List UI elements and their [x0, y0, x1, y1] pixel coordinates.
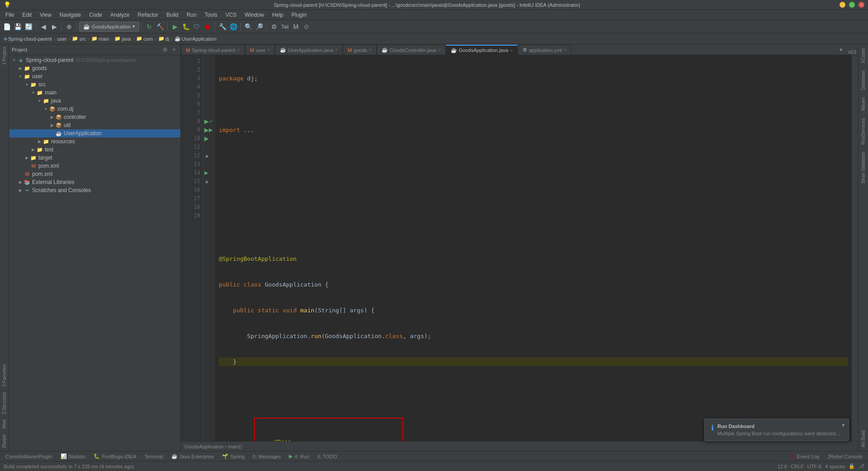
right-tab-restservices[interactable]: RestServices	[859, 114, 867, 148]
run-icon-10[interactable]: ▶	[204, 134, 209, 143]
bottom-tab-statistic[interactable]: 📊 Statistic	[57, 452, 90, 460]
bottom-tab-findbugs[interactable]: 🐛 FindBugs-IDEA	[90, 452, 140, 460]
tree-item-root[interactable]: ▾ ◈ Spring-cloud-parent H:\CSDN\Spring-c…	[9, 56, 180, 64]
fold-icon-15[interactable]: ▲	[204, 179, 209, 184]
tab-spring-cloud-parent[interactable]: M Spring-cloud-parent ×	[181, 45, 245, 55]
bottom-tab-jrebelconsole[interactable]: JRebel Console	[824, 453, 866, 460]
tab-appyml[interactable]: ⚙ application.yml ×	[518, 45, 571, 55]
breadcrumb-com[interactable]: com	[143, 36, 153, 42]
breadcrumb-main[interactable]: main	[99, 36, 109, 42]
tree-item-util[interactable]: ▶ 📦 util	[9, 121, 180, 129]
tree-item-src[interactable]: ▾ 📁 src	[9, 80, 180, 89]
close-button[interactable]: ✕	[859, 2, 864, 8]
menu-edit[interactable]: Edit	[19, 11, 35, 19]
project-panel-toggle[interactable]: 1:Project	[0, 44, 8, 67]
tree-item-scratches[interactable]: ▶ ✏ Scratches and Consoles	[9, 186, 180, 194]
tab-close-gc[interactable]: ×	[438, 47, 441, 52]
tab-close-ga[interactable]: ×	[510, 48, 513, 53]
jrebel-panel-toggle[interactable]: JRebel	[0, 432, 8, 451]
menu-help[interactable]: Help	[269, 11, 287, 19]
refresh-button[interactable]: ↻	[144, 22, 154, 32]
tree-item-userapplication[interactable]: ☕ UserApplication	[9, 129, 180, 137]
forward-button[interactable]: ▶	[49, 22, 59, 32]
tab-goodsapplication[interactable]: ☕ GoodsApplication.java ×	[446, 45, 518, 55]
bottom-tab-run[interactable]: ▶ 4: Run	[285, 452, 312, 460]
gutter-8[interactable]: ▶ ✓	[204, 117, 214, 126]
right-tab-database[interactable]: Database	[859, 67, 867, 94]
tree-item-java-folder[interactable]: ▾ 📁 java	[9, 97, 180, 105]
tree-item-pom-user[interactable]: M pom.xml	[9, 162, 180, 170]
breadcrumb-user[interactable]: user	[57, 36, 66, 42]
tail-button[interactable]: Tail	[280, 22, 290, 32]
run-icon-8[interactable]: ▶	[204, 117, 209, 126]
scroll-indicator[interactable]	[852, 55, 858, 441]
fold-icon-12[interactable]: ▲	[204, 153, 209, 158]
back-button[interactable]: ◀	[38, 22, 48, 32]
tree-item-user[interactable]: ▾ 📁 user	[9, 72, 180, 80]
tab-userapplication[interactable]: ☕ UserApplication.java ×	[275, 45, 343, 55]
tab-close-scp[interactable]: ×	[237, 47, 240, 52]
menu-build[interactable]: Build	[163, 11, 182, 19]
menu-tools[interactable]: Tools	[201, 11, 221, 19]
breadcrumb-root[interactable]: Spring-cloud-parent	[8, 36, 52, 42]
menu-view[interactable]: View	[36, 11, 55, 19]
debug-icon-9[interactable]: ▶	[209, 126, 212, 134]
right-tab-maven[interactable]: Maven	[859, 94, 867, 114]
tree-item-resources[interactable]: ▶ 📁 resources	[9, 137, 180, 146]
gutter-14[interactable]: ▶	[204, 169, 214, 177]
tab-overflow-btn[interactable]: ▾	[836, 45, 846, 55]
panel-close-btn[interactable]: ×	[170, 46, 178, 53]
bottom-tab-consolemavenplugin[interactable]: ConsoleMavenPlugin	[2, 453, 56, 460]
maximize-button[interactable]: □	[849, 2, 855, 8]
code-editor[interactable]: package dj; import ... @SpringBootApplic…	[215, 55, 852, 441]
bottom-tab-terminal[interactable]: Terminal	[141, 453, 167, 460]
menu-code[interactable]: Code	[85, 11, 106, 19]
tab-close-ua[interactable]: ×	[335, 47, 338, 52]
right-tab-xcoder[interactable]: XCoder	[859, 44, 867, 67]
run-with-coverage[interactable]: 🛡	[192, 22, 202, 32]
tree-item-goods[interactable]: ▶ 📁 goods	[9, 64, 180, 72]
right-tab-beanvalidation[interactable]: Bean Validation	[859, 148, 867, 187]
search-button2[interactable]: 🔎	[254, 22, 264, 32]
stop-button[interactable]: ⏹	[203, 22, 212, 32]
run-icon-14[interactable]: ▶	[204, 169, 208, 177]
gutter-10[interactable]: ▶	[204, 134, 214, 143]
new-file-button[interactable]: 📄	[2, 22, 12, 32]
open-in-browser[interactable]: 🌐	[228, 22, 238, 32]
run-button[interactable]: ▶	[170, 22, 180, 32]
search-everywhere[interactable]: 🔍	[243, 22, 253, 32]
save-button[interactable]: 💾	[13, 22, 23, 32]
maven-button[interactable]: M	[291, 22, 301, 32]
bottom-tab-todo[interactable]: 6: TODO	[314, 453, 341, 460]
run-icon-9[interactable]: ▶	[204, 126, 209, 134]
run-config-dropdown[interactable]: ☕ GoodsApplication ▾	[79, 22, 139, 32]
web-panel-toggle[interactable]: Web	[0, 417, 8, 431]
gutter-9[interactable]: ▶ ▶	[204, 126, 214, 134]
menu-refactor[interactable]: Refactor	[134, 11, 162, 19]
tree-item-test[interactable]: ▶ 📁 test	[9, 146, 180, 154]
breadcrumb-java[interactable]: java	[122, 36, 131, 42]
menu-plugin[interactable]: Plugin	[288, 11, 310, 19]
notification-close[interactable]: ▾	[842, 422, 845, 429]
build-button[interactable]: 🔨	[155, 22, 165, 32]
debug-icon-8[interactable]: ✓	[209, 117, 213, 126]
bottom-tab-spring[interactable]: 🌱 Spring	[218, 452, 248, 460]
tree-item-controller[interactable]: ▶ 📦 controller	[9, 113, 180, 121]
sync-button[interactable]: 🔄	[24, 22, 33, 32]
breadcrumb-userapplication[interactable]: UserApplication	[182, 36, 217, 42]
bottom-tab-javaenterprise[interactable]: ☕ Java Enterprise	[168, 452, 217, 460]
panel-settings-btn[interactable]: ⚙	[161, 46, 169, 53]
menu-analyze[interactable]: Analyze	[107, 11, 133, 19]
menu-file[interactable]: File	[2, 11, 18, 19]
attach-debugger[interactable]: 🔧	[217, 22, 227, 32]
tree-item-ext-libs[interactable]: ▶ 📚 External Libraries	[9, 178, 180, 186]
menu-window[interactable]: Window	[241, 11, 268, 19]
debug-button[interactable]: 🐛	[181, 22, 191, 32]
recent-files-button[interactable]: ⊕	[64, 22, 74, 32]
menu-run[interactable]: Run	[183, 11, 200, 19]
tree-item-main[interactable]: ▾ 📁 main	[9, 89, 180, 97]
tab-user[interactable]: M user ×	[245, 45, 275, 55]
tab-goodscontroller[interactable]: ☕ GoodsController.java ×	[377, 45, 446, 55]
tree-item-target[interactable]: ▶ 📁 target	[9, 154, 180, 162]
minimize-button[interactable]: ─	[840, 2, 845, 8]
